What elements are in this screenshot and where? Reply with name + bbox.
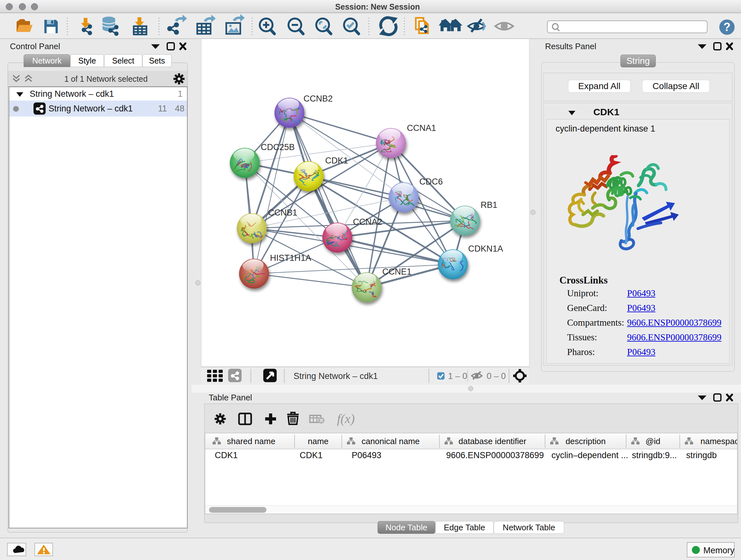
svg-text:CCNA1: CCNA1	[407, 123, 436, 133]
svg-text:CCNB1: CCNB1	[268, 208, 297, 217]
svg-text:CDKN1A: CDKN1A	[468, 244, 503, 253]
svg-text:namespace: namespace	[700, 436, 737, 446]
svg-text:CCNB2: CCNB2	[304, 94, 333, 104]
svg-text:f(x): f(x)	[337, 412, 355, 426]
svg-text:0 – 0: 0 – 0	[487, 371, 506, 381]
svg-text:CDC25B: CDC25B	[261, 142, 295, 152]
svg-text:CDC6: CDC6	[419, 177, 443, 186]
svg-text:canonical name: canonical name	[361, 436, 420, 446]
svg-text:1 – 0: 1 – 0	[448, 371, 467, 381]
svg-text:?: ?	[724, 20, 731, 34]
svg-text:HIST1H1A: HIST1H1A	[270, 253, 311, 263]
svg-text:CCNA2: CCNA2	[353, 217, 382, 227]
svg-text:shared name: shared name	[227, 436, 275, 446]
svg-text:String Network – cdk1: String Network – cdk1	[293, 371, 378, 381]
svg-text:@id: @id	[646, 436, 661, 446]
svg-text:CCNE1: CCNE1	[382, 267, 412, 276]
svg-text:description: description	[565, 436, 606, 446]
svg-text:name: name	[308, 436, 328, 446]
svg-text:CDK1: CDK1	[325, 156, 348, 165]
svg-text:RB1: RB1	[481, 200, 497, 210]
svg-text:database identifier: database identifier	[459, 436, 527, 446]
